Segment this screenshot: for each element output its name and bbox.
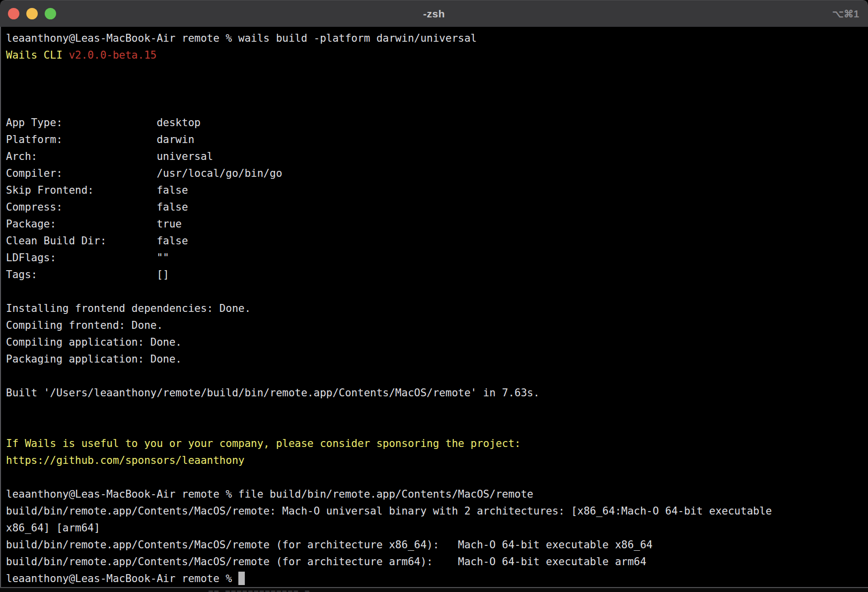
terminal-line: Built '/Users/leaanthony/remote/build/bi… <box>6 384 868 401</box>
terminal-text-segment: Skip Frontend: false <box>6 184 188 196</box>
terminal-text-segment: Packaging application: Done. <box>6 353 182 365</box>
terminal-line: Platform: darwin <box>6 131 868 148</box>
terminal-output[interactable]: leaanthony@Leas-MacBook-Air remote % wai… <box>0 27 868 587</box>
terminal-line: Compiler: /usr/local/go/bin/go <box>6 165 868 182</box>
terminal-line: If Wails is useful to you or your compan… <box>6 435 868 452</box>
terminal-text-segment: Tags: [] <box>6 269 169 281</box>
terminal-text-segment: Installing frontend dependencies: Done. <box>6 302 251 314</box>
terminal-line: Packaging application: Done. <box>6 351 868 368</box>
terminal-line: leaanthony@Leas-MacBook-Air remote % fil… <box>6 486 868 503</box>
terminal-window: -zsh ⌥⌘1 leaanthony@Leas-MacBook-Air rem… <box>0 0 868 592</box>
terminal-text-segment: Clean Build Dir: false <box>6 235 188 247</box>
terminal-text-segment: leaanthony@Leas-MacBook-Air remote % fil… <box>6 488 533 500</box>
terminal-line: Compress: false <box>6 199 868 216</box>
titlebar[interactable]: -zsh ⌥⌘1 <box>0 0 868 27</box>
terminal-text-segment: build/bin/remote.app/Contents/MacOS/remo… <box>6 539 652 551</box>
tab-shortcut-badge: ⌥⌘1 <box>832 0 859 27</box>
terminal-line: x86_64] [arm64] <box>6 519 868 536</box>
terminal-line: Tags: [] <box>6 266 868 283</box>
minimize-button[interactable] <box>26 8 38 19</box>
terminal-text-segment: Wails CLI <box>6 49 69 61</box>
terminal-line: Wails CLI v2.0.0-beta.15 <box>6 47 868 64</box>
terminal-text-segment: build/bin/remote.app/Contents/MacOS/remo… <box>6 556 647 568</box>
terminal-text-segment: Compiling application: Done. <box>6 336 182 348</box>
terminal-line <box>6 418 868 435</box>
terminal-line: Package: true <box>6 216 868 232</box>
terminal-text-segment: https://github.com/sponsors/leaanthony <box>6 454 244 466</box>
window-title: -zsh <box>423 8 445 20</box>
terminal-line: Compiling application: Done. <box>6 334 868 351</box>
fullscreen-button[interactable] <box>45 8 56 19</box>
obscured-background-text: ▄▄ ▄▄▄▄▄▄▄▄▄▄▄▄▄ ▄ <box>209 588 311 592</box>
terminal-line: leaanthony@Leas-MacBook-Air remote % wai… <box>6 30 868 47</box>
terminal-line: Installing frontend dependencies: Done. <box>6 300 868 317</box>
terminal-line: Clean Build Dir: false <box>6 232 868 249</box>
terminal-text-segment: Compress: false <box>6 201 188 213</box>
terminal-line <box>6 469 868 486</box>
close-button[interactable] <box>8 8 19 19</box>
terminal-text-segment: Arch: universal <box>6 150 213 162</box>
terminal-text-segment: Compiling frontend: Done. <box>6 319 163 331</box>
terminal-line <box>6 401 868 418</box>
terminal-text-segment: leaanthony@Leas-MacBook-Air remote % <box>6 573 238 585</box>
terminal-text-segment: build/bin/remote.app/Contents/MacOS/remo… <box>6 505 772 517</box>
terminal-text-segment: Platform: darwin <box>6 134 194 146</box>
terminal-text-segment: App Type: desktop <box>6 117 201 129</box>
terminal-text-segment: leaanthony@Leas-MacBook-Air remote % wai… <box>6 32 477 44</box>
terminal-line: https://github.com/sponsors/leaanthony <box>6 452 868 469</box>
terminal-line: LDFlags: "" <box>6 249 868 266</box>
terminal-text-segment: Built '/Users/leaanthony/remote/build/bi… <box>6 387 540 399</box>
terminal-line: build/bin/remote.app/Contents/MacOS/remo… <box>6 553 868 570</box>
terminal-line: App Type: desktop <box>6 114 868 131</box>
terminal-line <box>6 368 868 384</box>
terminal-line: Skip Frontend: false <box>6 182 868 199</box>
background-window-edge: ▄▄ ▄▄▄▄▄▄▄▄▄▄▄▄▄ ▄ <box>0 587 868 592</box>
terminal-text-segment: If Wails is useful to you or your compan… <box>6 438 521 449</box>
terminal-line: Compiling frontend: Done. <box>6 317 868 334</box>
terminal-line: build/bin/remote.app/Contents/MacOS/remo… <box>6 503 868 519</box>
terminal-text-segment: Package: true <box>6 218 182 230</box>
terminal-cursor <box>238 572 245 585</box>
terminal-text-segment: v2.0.0-beta.15 <box>69 49 156 61</box>
terminal-line: leaanthony@Leas-MacBook-Air remote % <box>6 570 868 587</box>
traffic-lights <box>8 0 56 27</box>
terminal-line <box>6 283 868 300</box>
terminal-line: build/bin/remote.app/Contents/MacOS/remo… <box>6 536 868 553</box>
terminal-line: Arch: universal <box>6 148 868 165</box>
terminal-line <box>6 64 868 80</box>
terminal-text-segment: LDFlags: "" <box>6 252 169 264</box>
terminal-text-segment: Compiler: /usr/local/go/bin/go <box>6 167 282 179</box>
terminal-line <box>6 97 868 114</box>
terminal-text-segment: x86_64] [arm64] <box>6 522 100 534</box>
terminal-line <box>6 80 868 97</box>
